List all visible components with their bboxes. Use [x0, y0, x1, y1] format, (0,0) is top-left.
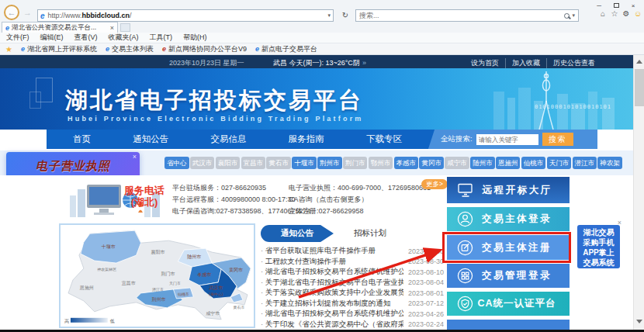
- refresh-icon: ↻: [342, 11, 348, 19]
- svg-text:高: 高: [64, 318, 69, 323]
- nav-home[interactable]: 首页: [73, 133, 91, 145]
- menu-help[interactable]: 帮助(H): [183, 33, 207, 43]
- monitor-icon: [457, 183, 474, 197]
- map-label: 随州市: [187, 254, 201, 260]
- menu-edit[interactable]: 编辑(E): [40, 33, 64, 43]
- city-pill[interactable]: 荆门市: [343, 157, 368, 169]
- notice-row[interactable]: 湖北省电子招投标交易平台系统停机维护公告2023-04-26: [261, 309, 444, 320]
- map-label: 孝感市: [197, 271, 211, 277]
- map-label: 荆州市: [152, 296, 166, 302]
- new-tab-button[interactable]: [120, 23, 130, 32]
- city-pill[interactable]: 荆州市: [317, 157, 342, 169]
- favorites-star-icon[interactable]: ★: [5, 45, 12, 54]
- nav-service-guide[interactable]: 服务指南: [289, 133, 324, 145]
- city-pill[interactable]: 省中心: [164, 157, 189, 169]
- city-pill[interactable]: 宜昌市: [241, 157, 266, 169]
- city-pill[interactable]: 孝感市: [394, 157, 419, 169]
- settings-gear-icon[interactable]: ⚙: [621, 9, 632, 18]
- ca-unified-auth-button[interactable]: CA统一认证平台: [447, 292, 570, 316]
- map-label: 武汉市: [209, 285, 223, 290]
- search-icon[interactable]: [564, 13, 570, 19]
- trade-management-login-button[interactable]: 交易管理登录: [447, 264, 570, 288]
- favorite-link-4[interactable]: e新点电子交易平台: [255, 44, 317, 54]
- forward-button[interactable]: →: [23, 8, 32, 17]
- refresh-button[interactable]: ↻: [338, 9, 352, 22]
- scroll-down-icon[interactable]: [636, 320, 642, 323]
- ie-icon: e: [255, 45, 259, 53]
- city-pill[interactable]: 黄石市: [266, 157, 291, 169]
- badge-close-icon[interactable]: ×: [133, 153, 137, 161]
- page-scrollbar[interactable]: [633, 55, 644, 330]
- hubei-map-card: 十堰市 神农架林区 襄阳市 随州市 荆门市 宜昌市 恩施州 荆州市 孝感市 武汉…: [59, 223, 255, 328]
- tv-tower-icon: [539, 71, 553, 130]
- page-viewport: 2023年10月23日 星期一 武昌 今天(周一): 13~26°C阴» 设为首…: [0, 55, 633, 330]
- grid-icon: [457, 268, 473, 284]
- nav-notices[interactable]: 通知公告: [133, 133, 168, 145]
- city-pill[interactable]: 武汉市: [190, 157, 215, 169]
- service-phone-col2: 电子营业执照：400-699-7000、17269580661 CA咨询（点击右…: [289, 182, 431, 217]
- site-topbar: 2023年10月23日 星期一 武昌 今天(周一): 13~26°C阴» 设为首…: [0, 55, 633, 68]
- address-dropdown-icon[interactable]: ▾: [327, 12, 331, 19]
- city-pill[interactable]: 十堰市: [292, 157, 317, 169]
- tab-bid-plans[interactable]: 招标计划: [354, 228, 386, 239]
- notice-row[interactable]: 关于湖北省电子招投标交易平台电子营业执照应用服务上线试运...2023-08-0…: [261, 278, 444, 289]
- city-pill[interactable]: 鄂州市: [369, 157, 393, 169]
- scrollbar-thumb[interactable]: [635, 69, 644, 106]
- notice-row[interactable]: 工程款支付查询操作手册2023-08-30: [261, 257, 444, 268]
- address-bar[interactable]: e http://www.hbbidcloud.cn/ ▾: [37, 9, 334, 22]
- remote-bid-opening-hall-button[interactable]: 远程开标大厅: [447, 177, 570, 203]
- appbox-close-icon[interactable]: ×: [618, 218, 621, 228]
- shield-check-icon: [457, 296, 473, 312]
- city-pill[interactable]: 潜江市: [573, 157, 597, 169]
- trade-subject-login-button[interactable]: 交易主体登录: [447, 207, 570, 231]
- favorites-bar: ★ e湖北省网上开评标系统 e交易主体列表 e新点网络协同办公平台V9 e新点电…: [0, 43, 644, 55]
- site-search-input[interactable]: [476, 134, 538, 145]
- favorites-icon[interactable]: ☆: [609, 9, 620, 18]
- feedback-smiley-icon[interactable]: ☺: [632, 9, 643, 18]
- menu-view[interactable]: 查看(V): [74, 33, 98, 43]
- city-pill[interactable]: 黄冈市: [419, 157, 444, 169]
- tab-notices[interactable]: 通知公告: [261, 225, 334, 242]
- set-homepage-link[interactable]: 设为首页: [465, 58, 506, 68]
- notice-row[interactable]: 省平台获取证照库电子件操作手册2023-08-30: [261, 246, 444, 257]
- menu-file[interactable]: 文件(F): [6, 33, 29, 43]
- menu-tools[interactable]: 工具(T): [150, 33, 173, 43]
- add-favorite-link[interactable]: 加入收藏: [506, 58, 547, 68]
- map-label: 仙桃市: [177, 292, 189, 297]
- site-search-button[interactable]: 搜索: [542, 133, 573, 146]
- weather-more-icon[interactable]: »: [362, 59, 366, 67]
- tab-close-icon[interactable]: ×: [110, 24, 114, 32]
- browser-tab[interactable]: e 湖北省公共资源交易云平台... ×: [2, 22, 118, 33]
- menu-favorites[interactable]: 收藏夹(A): [109, 33, 139, 43]
- topbar-links: 设为首页 加入收藏 历史公告查看: [465, 58, 601, 68]
- favorite-link-3[interactable]: e新点网络协同办公平台V9: [162, 44, 247, 54]
- browser-search-input[interactable]: [359, 12, 564, 19]
- map-label: 天门市: [169, 281, 181, 285]
- more-button[interactable]: 更多>: [421, 179, 448, 189]
- mobile-app-float-box[interactable]: × 湖北交易 采购手机 APP掌上 交易系统: [577, 225, 620, 268]
- city-pill[interactable]: 天门市: [547, 157, 572, 169]
- favorite-link-1[interactable]: e湖北省网上开评标系统: [21, 44, 97, 54]
- notice-row[interactable]: 关于印发《省公共资源交易中心（省政府采购中心）评标评审专...2023-02-2…: [261, 320, 444, 330]
- city-pill[interactable]: 恩施州: [496, 157, 521, 169]
- notice-row[interactable]: 湖北省电子招投标交易平台系统停机维护公告2023-08-10: [261, 267, 444, 278]
- nav-downloads[interactable]: 下载专区: [366, 133, 402, 145]
- sidebar-button-partial[interactable]: [447, 320, 570, 330]
- city-pill[interactable]: 仙桃市: [521, 157, 546, 169]
- city-pill[interactable]: 咸宁市: [445, 157, 469, 169]
- user-icon: [457, 211, 473, 227]
- scroll-up-icon[interactable]: [636, 60, 642, 64]
- city-pill[interactable]: 神农架: [597, 157, 622, 169]
- favorite-link-2[interactable]: e交易主体列表: [106, 44, 154, 54]
- search-dropdown-icon[interactable]: ▾: [572, 12, 575, 19]
- notice-row[interactable]: 关于建立招标计划提前发布制度的通知2023-07-12: [261, 299, 444, 310]
- city-pill[interactable]: 随州市: [470, 157, 495, 169]
- home-icon[interactable]: ⌂: [597, 9, 608, 18]
- menu-bar: 文件(F) 编辑(E) 查看(V) 收藏夹(A) 工具(T) 帮助(H): [0, 33, 644, 43]
- notice-row[interactable]: 关于落实政府采购政策支持中小企业发展货物、通用服务招标示...2023-08-0…: [261, 288, 444, 299]
- history-notice-link[interactable]: 历史公告查看: [547, 58, 601, 68]
- back-button[interactable]: ←: [4, 5, 19, 20]
- browser-search-box[interactable]: ▾: [355, 9, 579, 22]
- city-pill[interactable]: 襄阳市: [216, 157, 241, 169]
- nav-trade-info[interactable]: 交易信息: [211, 133, 247, 145]
